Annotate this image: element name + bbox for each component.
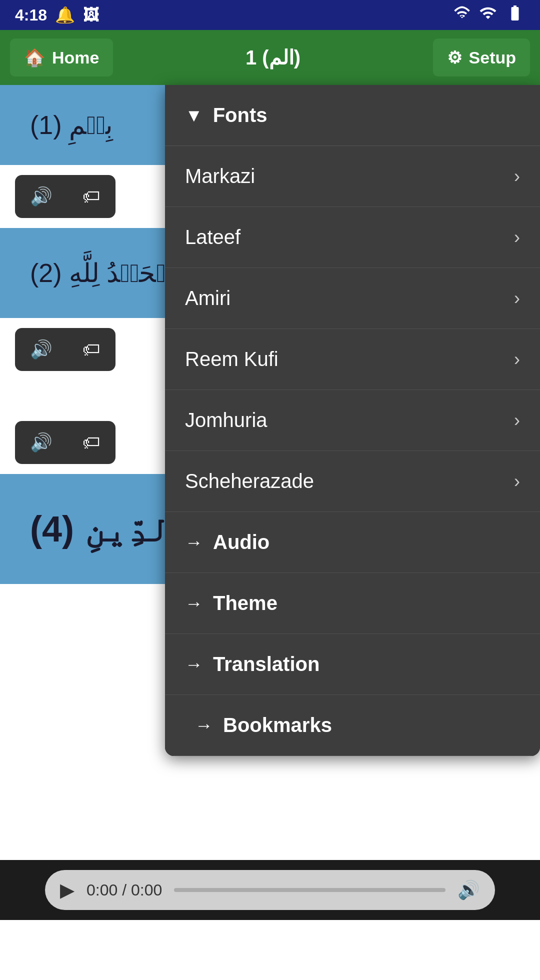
audio-nav-label: Audio [213,531,270,554]
page-title: 1 (الم) [246,46,300,69]
font-item-reem-kufi[interactable]: Reem Kufi › [165,329,540,390]
chevron-right-icon-lateef: › [514,227,520,248]
image-icon: 🖼 [83,6,99,24]
home-button[interactable]: 🏠 Home [10,38,113,76]
translation-nav-label: Translation [213,653,320,676]
font-item-scheherazade[interactable]: Scheherazade › [165,451,540,512]
gear-icon: ⚙ [447,48,462,68]
bookmarks-nav-item[interactable]: → Bookmarks [165,695,540,756]
nav-bar: 🏠 Home 1 (الم) ⚙ Setup [0,30,540,85]
status-right [453,4,525,26]
font-label-markazi: Markazi [185,165,255,188]
status-time: 4:18 [15,6,47,24]
dropdown-menu: ▼ Fonts Markazi › Lateef › Amiri › Reem … [165,85,540,756]
chevron-right-icon-amiri: › [514,288,520,309]
dropdown-overlay: ▼ Fonts Markazi › Lateef › Amiri › Reem … [0,85,540,920]
fonts-arrow-down-icon: ▼ [185,105,203,126]
battery-icon [505,4,525,26]
chevron-right-icon-jomhuria: › [514,410,520,431]
status-bar: 4:18 🔔 🖼 [0,0,540,30]
arrow-right-translation-icon: → [185,654,203,675]
font-label-lateef: Lateef [185,226,240,248]
font-item-markazi[interactable]: Markazi › [165,146,540,207]
fonts-header-label: Fonts [213,104,268,126]
font-label-amiri: Amiri [185,287,230,310]
font-item-amiri[interactable]: Amiri › [165,268,540,329]
font-label-scheherazade: Scheherazade [185,470,314,492]
status-left: 4:18 🔔 🖼 [15,6,99,24]
chevron-right-icon-scheherazade: › [514,471,520,492]
font-item-lateef[interactable]: Lateef › [165,207,540,268]
bookmarks-nav-label: Bookmarks [223,714,332,736]
arrow-right-theme-icon: → [185,593,203,614]
chevron-right-icon-reem-kufi: › [514,349,520,370]
chevron-right-icon-markazi: › [514,166,520,187]
theme-nav-item[interactable]: → Theme [165,573,540,634]
setup-label: Setup [469,48,516,68]
theme-nav-label: Theme [213,592,278,614]
signal-icon [479,4,497,26]
font-label-jomhuria: Jomhuria [185,409,268,432]
arrow-right-audio-icon: → [185,532,203,553]
audio-nav-item[interactable]: → Audio [165,512,540,573]
wifi-icon [453,4,471,26]
font-label-reem-kufi: Reem Kufi [185,348,278,370]
font-item-jomhuria[interactable]: Jomhuria › [165,390,540,451]
home-icon: 🏠 [24,48,45,68]
translation-nav-item[interactable]: → Translation [165,634,540,695]
main-content: بِسۡمِ (1) 🔊 🏷 ٱلۡحَمۡدُ لِلَّهِ (2) 🔊 🏷 [0,85,540,920]
setup-button[interactable]: ⚙ Setup [433,38,530,76]
notification-icon: 🔔 [55,6,75,24]
arrow-right-bookmarks-icon: → [195,715,213,736]
home-label: Home [52,48,99,68]
fonts-header[interactable]: ▼ Fonts [165,85,540,146]
